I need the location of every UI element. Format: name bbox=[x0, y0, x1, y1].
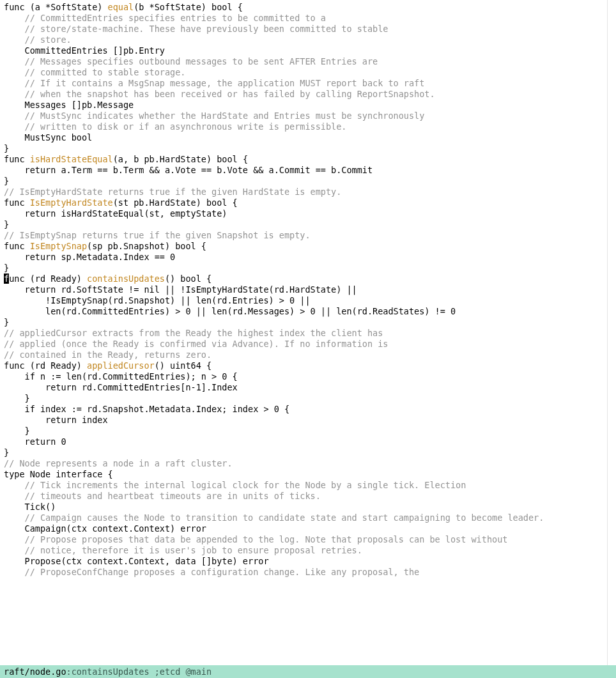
comment-text: // when the snapshot has been received o… bbox=[25, 89, 435, 99]
code-line[interactable]: } bbox=[4, 176, 612, 187]
code-line[interactable]: if index := rd.Snapshot.Metadata.Index; … bbox=[4, 404, 612, 415]
code-line[interactable]: // Node represents a node in a raft clus… bbox=[4, 458, 612, 469]
comment-text: // Campaign causes the Node to transitio… bbox=[25, 512, 544, 523]
code-line[interactable]: // written to disk or if an asynchronous… bbox=[4, 121, 612, 132]
code-line[interactable]: // when the snapshot has been received o… bbox=[4, 89, 612, 100]
code-line[interactable]: // applied (once the Ready is confirmed … bbox=[4, 339, 612, 350]
code-line[interactable]: type Node interface { bbox=[4, 469, 612, 480]
code-text bbox=[4, 89, 25, 99]
code-text: if n := len(rd.CommittedEntries); n > 0 … bbox=[4, 371, 238, 381]
function-name: appliedCursor bbox=[87, 360, 155, 371]
code-line[interactable]: func (a *SoftState) equal(b *SoftState) … bbox=[4, 2, 612, 13]
code-text: func bbox=[4, 197, 30, 208]
code-line[interactable]: // store. bbox=[4, 35, 612, 45]
code-editor[interactable]: func (a *SoftState) equal(b *SoftState) … bbox=[0, 0, 616, 663]
code-line[interactable]: // Messages specifies outbound messages … bbox=[4, 56, 612, 67]
code-text: Tick() bbox=[4, 502, 56, 512]
code-line[interactable]: func (rd Ready) containsUpdates() bool { bbox=[4, 274, 612, 284]
comment-text: // If it contains a MsgSnap message, the… bbox=[25, 78, 425, 88]
code-text: } bbox=[4, 447, 9, 458]
code-line[interactable]: } bbox=[4, 219, 612, 230]
code-text: return 0 bbox=[4, 436, 66, 447]
code-line[interactable]: !IsEmptySnap(rd.Snapshot) || len(rd.Entr… bbox=[4, 295, 612, 306]
code-line[interactable]: // contained in the Ready, returns zero. bbox=[4, 350, 612, 360]
code-line[interactable]: } bbox=[4, 393, 612, 404]
code-line[interactable]: // notice, therefore it is user's job to… bbox=[4, 545, 612, 556]
function-name: containsUpdates bbox=[87, 274, 165, 284]
comment-text: // IsEmptyHardState returns true if the … bbox=[4, 187, 341, 197]
code-text bbox=[4, 24, 25, 34]
comment-text: // Propose proposes that data be appende… bbox=[25, 534, 508, 544]
comment-text: // store/state-machine. These have previ… bbox=[25, 24, 389, 34]
code-line[interactable]: return a.Term == b.Term && a.Vote == b.V… bbox=[4, 165, 612, 176]
code-text bbox=[4, 78, 25, 88]
function-name: equal bbox=[108, 2, 134, 12]
code-line[interactable]: // Tick increments the internal logical … bbox=[4, 480, 612, 491]
status-bar: raft/node.go:containsUpdates ;etcd @main bbox=[0, 665, 616, 678]
code-line[interactable]: CommittedEntries []pb.Entry bbox=[4, 45, 612, 56]
code-text: () uint64 { bbox=[155, 360, 212, 371]
code-line[interactable]: Propose(ctx context.Context, data []byte… bbox=[4, 556, 612, 567]
status-tail: :containsUpdates ;etcd @main bbox=[66, 666, 212, 677]
code-line[interactable]: } bbox=[4, 263, 612, 274]
code-text bbox=[4, 567, 25, 577]
function-name: isHardStateEqual bbox=[30, 154, 113, 164]
code-line[interactable]: } bbox=[4, 317, 612, 328]
code-text: } bbox=[4, 426, 30, 436]
code-line[interactable]: } bbox=[4, 426, 612, 436]
code-line[interactable]: return 0 bbox=[4, 436, 612, 447]
code-line[interactable]: return rd.SoftState != nil || !IsEmptyHa… bbox=[4, 284, 612, 295]
code-text: () bool { bbox=[165, 274, 212, 284]
code-text: (st pb.HardState) bool { bbox=[113, 197, 238, 208]
comment-text: // notice, therefore it is user's job to… bbox=[25, 545, 362, 555]
code-text bbox=[4, 545, 25, 555]
code-line[interactable]: // CommittedEntries specifies entries to… bbox=[4, 13, 612, 24]
code-line[interactable]: // If it contains a MsgSnap message, the… bbox=[4, 78, 612, 89]
code-text: } bbox=[4, 393, 30, 403]
code-line[interactable]: // Propose proposes that data be appende… bbox=[4, 534, 612, 545]
code-line[interactable]: Campaign(ctx context.Context) error bbox=[4, 523, 612, 534]
code-line[interactable]: // ProposeConfChange proposes a configur… bbox=[4, 567, 612, 578]
code-line[interactable]: return rd.CommittedEntries[n-1].Index bbox=[4, 382, 612, 393]
code-line[interactable]: func isHardStateEqual(a, b pb.HardState)… bbox=[4, 154, 612, 165]
code-line[interactable]: return isHardStateEqual(st, emptyState) bbox=[4, 208, 612, 219]
code-line[interactable]: // store/state-machine. These have previ… bbox=[4, 24, 612, 35]
code-line[interactable]: return index bbox=[4, 415, 612, 426]
comment-text: // written to disk or if an asynchronous… bbox=[25, 121, 347, 132]
code-line[interactable]: return sp.Metadata.Index == 0 bbox=[4, 252, 612, 263]
comment-text: // committed to stable storage. bbox=[25, 67, 186, 77]
code-line[interactable]: // IsEmptySnap returns true if the given… bbox=[4, 230, 612, 241]
code-line[interactable]: Tick() bbox=[4, 502, 612, 512]
code-line[interactable]: Messages []pb.Message bbox=[4, 100, 612, 111]
code-text: return rd.CommittedEntries[n-1].Index bbox=[4, 382, 238, 392]
code-line[interactable]: // committed to stable storage. bbox=[4, 67, 612, 78]
code-line[interactable]: // Campaign causes the Node to transitio… bbox=[4, 512, 612, 523]
code-text: (a, b pb.HardState) bool { bbox=[113, 154, 248, 164]
code-text: return sp.Metadata.Index == 0 bbox=[4, 252, 175, 262]
code-line[interactable]: // MustSync indicates whether the HardSt… bbox=[4, 111, 612, 121]
code-text bbox=[4, 534, 25, 544]
code-text bbox=[4, 13, 25, 23]
code-line[interactable]: // IsEmptyHardState returns true if the … bbox=[4, 187, 612, 197]
code-text bbox=[4, 67, 25, 77]
code-text: unc (rd Ready) bbox=[9, 274, 87, 284]
code-text: Propose(ctx context.Context, data []byte… bbox=[4, 556, 269, 566]
code-text: MustSync bool bbox=[4, 132, 92, 143]
code-text: if index := rd.Snapshot.Metadata.Index; … bbox=[4, 404, 289, 414]
code-line[interactable]: } bbox=[4, 143, 612, 154]
code-line[interactable]: MustSync bool bbox=[4, 132, 612, 143]
code-text bbox=[4, 512, 25, 523]
code-line[interactable]: } bbox=[4, 447, 612, 458]
code-line[interactable]: func IsEmptySnap(sp pb.Snapshot) bool { bbox=[4, 241, 612, 252]
status-file: raft/node.go bbox=[4, 666, 66, 677]
code-text: func (rd Ready) bbox=[4, 360, 87, 371]
code-line[interactable]: func IsEmptyHardState(st pb.HardState) b… bbox=[4, 197, 612, 208]
code-text bbox=[4, 35, 25, 45]
comment-text: // Tick increments the internal logical … bbox=[25, 480, 466, 490]
code-line[interactable]: if n := len(rd.CommittedEntries); n > 0 … bbox=[4, 371, 612, 382]
code-line[interactable]: func (rd Ready) appliedCursor() uint64 { bbox=[4, 360, 612, 371]
comment-text: // ProposeConfChange proposes a configur… bbox=[25, 567, 420, 577]
code-line[interactable]: len(rd.CommittedEntries) > 0 || len(rd.M… bbox=[4, 306, 612, 317]
code-line[interactable]: // appliedCursor extracts from the Ready… bbox=[4, 328, 612, 339]
code-line[interactable]: // timeouts and heartbeat timeouts are i… bbox=[4, 491, 612, 502]
